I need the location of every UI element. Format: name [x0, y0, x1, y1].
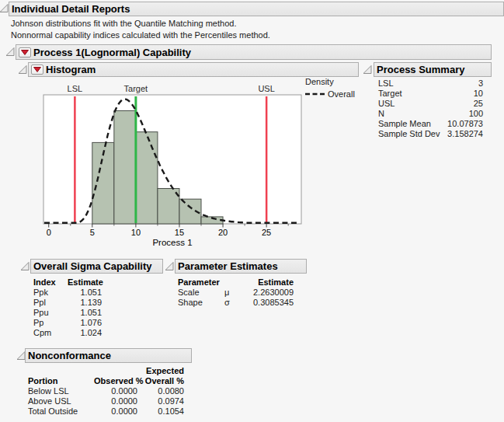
table-cell: Below LSL	[28, 386, 94, 396]
super-column-header: Expected	[137, 366, 184, 376]
tick-label: 10	[131, 228, 141, 237]
super-column-header	[28, 366, 94, 376]
legend-entry-label: Overall	[328, 89, 355, 99]
section-header-individual-detail-reports[interactable]: Individual Detail Reports	[9, 2, 504, 16]
column-header	[224, 277, 238, 288]
column-header: Parameter	[178, 277, 224, 288]
table-cell: Ppk	[33, 288, 68, 298]
legend-title: Density	[305, 77, 355, 86]
column-header: Portion	[28, 376, 94, 386]
table-cell: Shape	[178, 298, 224, 308]
table-cell: 1.051	[68, 288, 102, 298]
table-cell: 0.0974	[137, 396, 184, 406]
table-cell: Sample Std Dev	[378, 129, 440, 139]
parameter-estimates-title: Parameter Estimates	[178, 260, 278, 272]
disclosure-triangle-process-summary[interactable]	[363, 65, 372, 74]
open-disclosure-icon	[19, 66, 26, 74]
column-header: Overall %	[137, 376, 184, 386]
table-cell: LSL	[378, 78, 440, 89]
red-triangle-menu-button[interactable]	[19, 47, 31, 58]
target-label: Target	[124, 84, 148, 93]
open-disclosure-icon	[363, 66, 371, 74]
histogram-chart: LSLTargetUSL0510152025Process 1	[31, 82, 308, 249]
disclosure-triangle-overall-sigma[interactable]	[21, 262, 30, 270]
disclosure-triangle-histogram[interactable]	[19, 65, 27, 74]
red-triangle-icon	[34, 68, 41, 72]
table-cell: 10	[440, 89, 483, 99]
open-disclosure-icon	[6, 48, 14, 56]
chart-legend: Density Overall	[305, 77, 355, 99]
red-triangle-icon	[22, 50, 29, 54]
red-triangle-menu-button[interactable]	[31, 65, 43, 75]
lsl-label: LSL	[68, 84, 83, 93]
table-cell: Target	[378, 89, 440, 99]
table-cell: Scale	[178, 288, 224, 298]
table-cell: 0.3085345	[238, 298, 294, 308]
section-header-parameter-estimates[interactable]: Parameter Estimates	[175, 259, 307, 274]
histogram-bar	[136, 132, 158, 224]
section-header-nonconformance[interactable]: Nonconformance	[25, 348, 192, 363]
table-cell: Pp	[33, 318, 68, 328]
tick-label: 0	[47, 228, 51, 237]
tick-label: 20	[218, 228, 228, 237]
process-summary-title: Process Summary	[377, 64, 464, 75]
column-header: Index	[33, 277, 68, 288]
column-header: Estimate	[68, 277, 102, 288]
parameter-estimates-table: ParameterEstimateScaleμ2.2630009Shapeσ0.…	[178, 277, 294, 308]
tick-label: 25	[262, 228, 271, 237]
nonconformance-table: ExpectedPortionObserved %Overall %Below …	[28, 366, 184, 417]
section-header-process-capability[interactable]: Process 1(Lognormal) Capability	[16, 44, 492, 60]
table-cell: 3.158274	[440, 129, 483, 139]
table-cell: 1.139	[68, 298, 102, 308]
table-cell: Cpm	[33, 328, 68, 338]
open-disclosure-icon	[0, 5, 8, 12]
table-cell: 0.0000	[94, 406, 137, 417]
histogram-title: Histogram	[46, 64, 96, 75]
note-percentiles-method: Nonnormal capability indices calculated …	[11, 30, 270, 40]
usl-label: USL	[258, 84, 274, 93]
section-header-overall-sigma[interactable]: Overall Sigma Capability	[30, 259, 163, 274]
table-cell: 1.051	[68, 308, 102, 318]
note-quantile-matching: Johnson distributions fit with the Quant…	[11, 19, 236, 28]
table-cell: 10.07873	[440, 119, 483, 129]
disclosure-triangle-parameter-estimates[interactable]	[165, 262, 174, 270]
page-title: Individual Detail Reports	[12, 3, 130, 15]
open-disclosure-icon	[17, 352, 25, 360]
table-cell: Ppu	[33, 308, 68, 318]
tick-label: 5	[90, 228, 95, 237]
table-cell: 0.0000	[94, 396, 137, 406]
table-cell: 25	[440, 99, 483, 109]
open-disclosure-icon	[165, 263, 173, 270]
column-header: Estimate	[238, 277, 294, 288]
table-cell: 1.024	[68, 328, 102, 338]
table-cell: Sample Mean	[378, 119, 440, 129]
x-axis-label: Process 1	[152, 238, 192, 247]
disclosure-triangle-process-capability[interactable]	[6, 47, 15, 56]
legend-entry-overall: Overall	[305, 89, 355, 99]
section-header-histogram[interactable]: Histogram	[28, 62, 359, 77]
column-header: Observed %	[94, 376, 137, 386]
table-cell: Above USL	[28, 396, 94, 406]
section-header-process-summary[interactable]: Process Summary	[374, 62, 492, 77]
table-cell: USL	[378, 99, 440, 109]
process-summary-table: LSL3Target10USL25N100Sample Mean10.07873…	[378, 78, 483, 139]
dashed-line-icon	[305, 92, 326, 96]
open-disclosure-icon	[21, 263, 29, 270]
table-cell: N	[378, 109, 440, 119]
table-cell: 100	[440, 109, 483, 119]
table-cell: Total Outside	[28, 406, 94, 417]
process-capability-title: Process 1(Lognormal) Capability	[33, 47, 191, 58]
table-cell: 3	[440, 78, 483, 89]
table-cell: 1.076	[68, 318, 102, 328]
table-cell: 0.0080	[137, 386, 184, 396]
table-cell: 0.1054	[137, 406, 184, 417]
disclosure-triangle-individual-detail-reports[interactable]	[0, 4, 9, 12]
table-cell: 0.0000	[94, 386, 137, 396]
histogram-bar	[114, 110, 136, 224]
table-cell: 2.2630009	[238, 288, 294, 298]
table-cell: μ	[224, 288, 238, 298]
nonconformance-title: Nonconformance	[28, 350, 111, 361]
tick-label: 15	[175, 228, 184, 237]
table-cell: σ	[224, 298, 238, 308]
overall-sigma-table: IndexEstimatePpk1.051Ppl1.139Ppu1.051Pp1…	[33, 277, 102, 338]
